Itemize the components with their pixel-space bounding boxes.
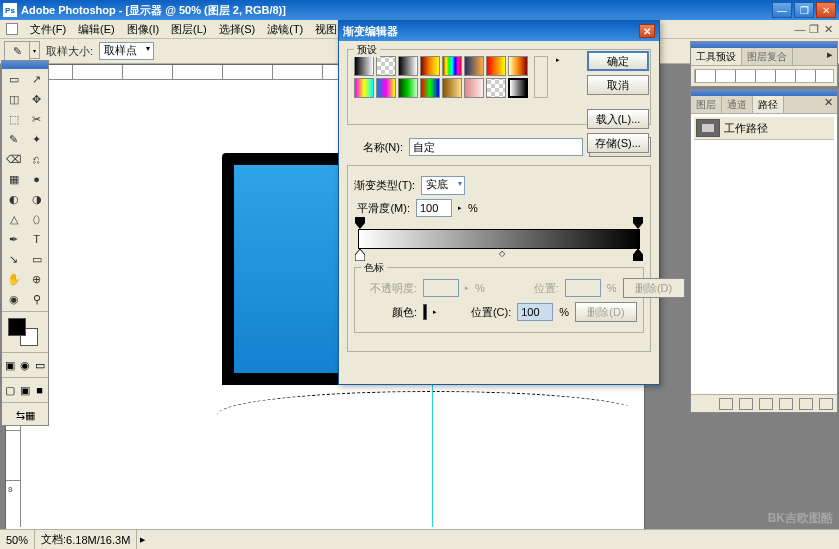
tool-20[interactable]: ✋ bbox=[2, 269, 25, 289]
new-path-icon[interactable] bbox=[799, 398, 813, 410]
doc-restore-button[interactable]: ❐ bbox=[807, 23, 821, 36]
tool-5[interactable]: ✂ bbox=[25, 109, 48, 129]
path-to-selection-icon[interactable] bbox=[759, 398, 773, 410]
gradient-preset-8[interactable] bbox=[354, 78, 374, 98]
tool-9[interactable]: ⎌ bbox=[25, 149, 48, 169]
status-menu-button[interactable]: ▶ bbox=[137, 536, 148, 544]
gradient-preset-1[interactable] bbox=[376, 56, 396, 76]
ok-button[interactable]: 确定 bbox=[587, 51, 649, 71]
tool-8[interactable]: ⌫ bbox=[2, 149, 25, 169]
gradient-preset-12[interactable] bbox=[442, 78, 462, 98]
maximize-button[interactable]: ❐ bbox=[794, 2, 814, 18]
gradient-preset-6[interactable] bbox=[486, 56, 506, 76]
gradient-preset-4[interactable] bbox=[442, 56, 462, 76]
gradient-preset-2[interactable] bbox=[398, 56, 418, 76]
doc-minimize-button[interactable]: — bbox=[793, 23, 807, 36]
fill-path-icon[interactable] bbox=[719, 398, 733, 410]
cancel-button[interactable]: 取消 bbox=[587, 75, 649, 95]
tool-17[interactable]: T bbox=[25, 229, 48, 249]
panel-menu-button[interactable]: ▸ bbox=[823, 48, 837, 65]
panel-close-button[interactable]: ✕ bbox=[820, 96, 837, 113]
gradient-bar[interactable]: ◇ bbox=[358, 229, 640, 249]
gradient-preset-14[interactable] bbox=[486, 78, 506, 98]
color-dropdown-icon[interactable]: ▸ bbox=[433, 308, 437, 316]
gradient-preset-11[interactable] bbox=[420, 78, 440, 98]
toolbox-handle[interactable] bbox=[2, 61, 48, 69]
color-stop-left[interactable] bbox=[355, 249, 365, 261]
foreground-color[interactable] bbox=[8, 318, 26, 336]
menu-layer[interactable]: 图层(L) bbox=[165, 22, 212, 37]
screen-mode-icon[interactable]: ▭ bbox=[32, 355, 47, 375]
dialog-close-button[interactable]: ✕ bbox=[639, 24, 655, 38]
tab-tool-presets[interactable]: 工具预设 bbox=[691, 48, 742, 65]
tool-11[interactable]: ● bbox=[25, 169, 48, 189]
tool-3[interactable]: ✥ bbox=[25, 89, 48, 109]
midpoint-diamond-icon[interactable]: ◇ bbox=[499, 249, 505, 258]
tool-14[interactable]: △ bbox=[2, 209, 25, 229]
screen-standard-icon[interactable]: ▢ bbox=[2, 380, 17, 400]
tool-12[interactable]: ◐ bbox=[2, 189, 25, 209]
doc-close-button[interactable]: ✕ bbox=[821, 23, 835, 36]
stop-color-swatch[interactable] bbox=[423, 304, 427, 320]
sample-size-select[interactable]: 取样点 bbox=[99, 42, 154, 60]
tool-13[interactable]: ◑ bbox=[25, 189, 48, 209]
gradient-preset-5[interactable] bbox=[464, 56, 484, 76]
tool-0[interactable]: ▭ bbox=[2, 69, 25, 89]
quickmask-mode-icon[interactable]: ◉ bbox=[17, 355, 32, 375]
delete-path-icon[interactable] bbox=[819, 398, 833, 410]
gradient-preset-7[interactable] bbox=[508, 56, 528, 76]
screen-full-icon[interactable]: ■ bbox=[32, 380, 47, 400]
tab-paths[interactable]: 路径 bbox=[753, 96, 784, 113]
smoothness-dropdown-icon[interactable]: ▸ bbox=[458, 204, 462, 212]
doc-size-cell[interactable]: 文档: 6.18M/16.3M bbox=[35, 530, 137, 549]
tool-10[interactable]: ▦ bbox=[2, 169, 25, 189]
tool-1[interactable]: ↗ bbox=[25, 69, 48, 89]
tool-4[interactable]: ⬚ bbox=[2, 109, 25, 129]
menu-edit[interactable]: 编辑(E) bbox=[72, 22, 121, 37]
menu-image[interactable]: 图像(I) bbox=[121, 22, 165, 37]
gradient-preset-0[interactable] bbox=[354, 56, 374, 76]
tab-layer-comps[interactable]: 图层复合 bbox=[742, 48, 793, 65]
tool-2[interactable]: ◫ bbox=[2, 89, 25, 109]
tool-22[interactable]: ◉ bbox=[2, 289, 25, 309]
gradient-preset-10[interactable] bbox=[398, 78, 418, 98]
stroke-path-icon[interactable] bbox=[739, 398, 753, 410]
presets-scrollbar[interactable] bbox=[534, 56, 548, 98]
save-button[interactable]: 存储(S)... bbox=[587, 133, 649, 153]
gradient-preset-15[interactable] bbox=[508, 78, 528, 98]
tool-16[interactable]: ✒ bbox=[2, 229, 25, 249]
color-location-input[interactable] bbox=[517, 303, 553, 321]
tab-layers[interactable]: 图层 bbox=[691, 96, 722, 113]
color-stop-right[interactable] bbox=[633, 249, 643, 261]
minimize-button[interactable]: — bbox=[772, 2, 792, 18]
presets-menu-button[interactable]: ▸ bbox=[552, 56, 564, 98]
jump-to-imageready-icon[interactable]: ⇆▦ bbox=[2, 405, 48, 425]
tool-15[interactable]: ⬯ bbox=[25, 209, 48, 229]
menu-filter[interactable]: 滤镜(T) bbox=[261, 22, 309, 37]
dialog-title-bar[interactable]: 渐变编辑器 ✕ bbox=[339, 21, 659, 41]
tab-channels[interactable]: 通道 bbox=[722, 96, 753, 113]
active-tool-icon[interactable]: ✎ bbox=[4, 41, 30, 61]
gradient-preset-9[interactable] bbox=[376, 78, 396, 98]
load-button[interactable]: 载入(L)... bbox=[587, 109, 649, 129]
selection-to-path-icon[interactable] bbox=[779, 398, 793, 410]
gradient-name-input[interactable] bbox=[409, 138, 583, 156]
tool-23[interactable]: ⚲ bbox=[25, 289, 48, 309]
tool-19[interactable]: ▭ bbox=[25, 249, 48, 269]
opacity-stop-left[interactable] bbox=[355, 217, 365, 229]
tool-7[interactable]: ✦ bbox=[25, 129, 48, 149]
opacity-stop-right[interactable] bbox=[633, 217, 643, 229]
zoom-level[interactable]: 50% bbox=[0, 530, 35, 549]
gradient-type-select[interactable]: 实底 bbox=[421, 176, 465, 195]
tool-21[interactable]: ⊕ bbox=[25, 269, 48, 289]
menu-file[interactable]: 文件(F) bbox=[24, 22, 72, 37]
tool-18[interactable]: ↘ bbox=[2, 249, 25, 269]
screen-full-menu-icon[interactable]: ▣ bbox=[17, 380, 32, 400]
path-item[interactable]: 工作路径 bbox=[694, 117, 834, 140]
close-button[interactable]: ✕ bbox=[816, 2, 836, 18]
gradient-preset-3[interactable] bbox=[420, 56, 440, 76]
gradient-preset-13[interactable] bbox=[464, 78, 484, 98]
standard-mode-icon[interactable]: ▣ bbox=[2, 355, 17, 375]
tool-6[interactable]: ✎ bbox=[2, 129, 25, 149]
smoothness-input[interactable] bbox=[416, 199, 452, 217]
